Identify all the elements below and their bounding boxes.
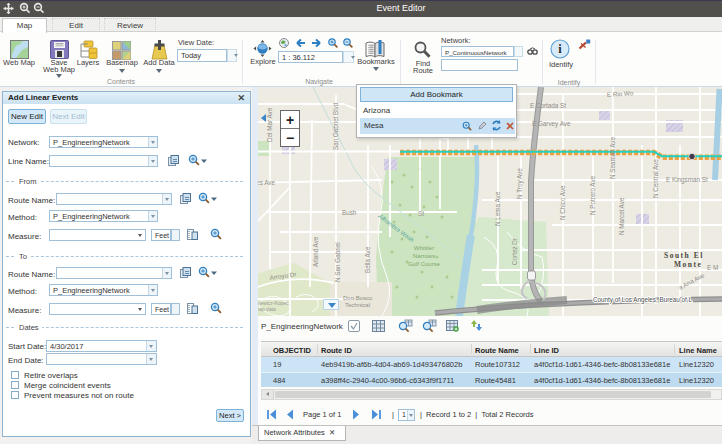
svg-text:Don Bosco: Don Bosco	[343, 295, 373, 301]
svg-text:E Cortada St: E Cortada St	[530, 102, 566, 109]
svg-text:E Kingsman St: E Kingsman St	[666, 176, 708, 184]
svg-text:N Central Ave: N Central Ave	[652, 159, 659, 198]
svg-text:N Potrero Ave: N Potrero Ave	[589, 175, 596, 215]
svg-text:Golf Course: Golf Course	[408, 261, 441, 267]
svg-text:N Lema Ave: N Lema Ave	[494, 191, 501, 226]
svg-text:Bush: Bush	[342, 209, 357, 216]
svg-text:map data: map data	[255, 306, 276, 312]
svg-text:San Gabriel Blvd: San Gabriel Blvd	[332, 102, 339, 150]
svg-text:N Troy Ave: N Troy Ave	[516, 168, 524, 199]
svg-text:N Marcel Ave: N Marcel Ave	[618, 197, 625, 235]
svg-text:County of Los Angeles, Bureau: County of Los Angeles, Bureau of L	[593, 296, 693, 304]
svg-text:Cortez Dr: Cortez Dr	[511, 238, 518, 265]
svg-text:St: St	[418, 210, 424, 217]
svg-text:N Chico Ave: N Chico Ave	[559, 185, 566, 220]
svg-text:Arland Ave: Arland Ave	[312, 236, 319, 267]
svg-text:Bella Ave: Bella Ave	[364, 246, 371, 273]
svg-text:N San Gabriel: N San Gabriel	[334, 242, 341, 282]
svg-text:E Garvey Ave: E Garvey Ave	[532, 120, 571, 128]
svg-text:N Seaman Ave: N Seaman Ave	[609, 137, 616, 179]
svg-text:Technical: Technical	[345, 302, 370, 308]
svg-text:Monte: Monte	[674, 260, 702, 269]
svg-text:Whittier: Whittier	[414, 245, 434, 251]
svg-text:South El: South El	[664, 251, 704, 260]
svg-text:E M: E M	[707, 264, 718, 271]
svg-text:i: i	[558, 42, 562, 56]
svg-text:Narrows: Narrows	[413, 253, 435, 259]
